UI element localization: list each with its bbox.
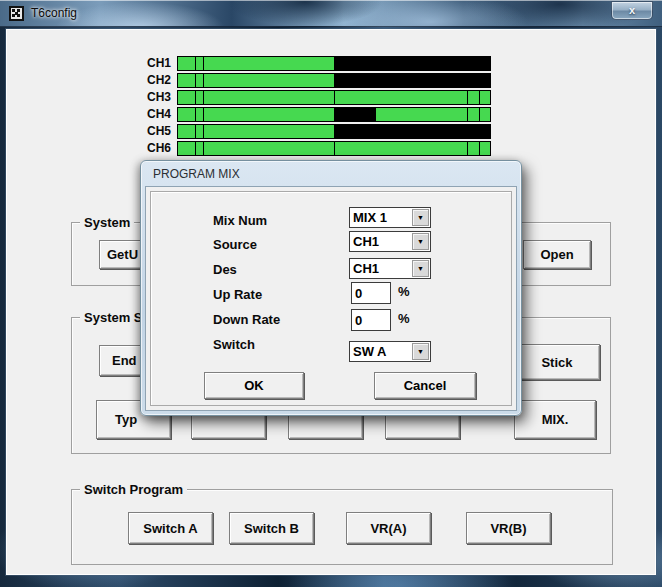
meter-tick (195, 91, 196, 104)
meter-tick (334, 125, 335, 138)
source-dropdown-arrow-icon[interactable]: ▼ (412, 233, 429, 250)
meter-segment-fill (178, 125, 334, 138)
mix-button[interactable]: MIX. (514, 400, 596, 439)
meter-tick (467, 57, 468, 70)
dialog-title: PROGRAM MIX (153, 167, 240, 181)
channel-meter-ch3 (177, 90, 491, 105)
channel-label-ch1: CH1 (133, 56, 171, 71)
meter-tick (195, 142, 196, 155)
cancel-button[interactable]: Cancel (374, 372, 476, 399)
app-window: T6config x CH1CH2CH3CH4CH5CH6 System Get… (0, 0, 662, 587)
meter-tick (467, 74, 468, 87)
up-rate-percent-label: % (398, 284, 410, 299)
meter-tick (479, 108, 480, 121)
meter-tick (334, 91, 335, 104)
meter-tick (203, 108, 204, 121)
meter-segment-fill (178, 74, 334, 87)
switch-dropdown-arrow-icon[interactable]: ▼ (412, 343, 429, 360)
des-select[interactable]: CH1 ▼ (349, 258, 431, 279)
channel-meter-ch6 (177, 141, 491, 156)
switch-a-button[interactable]: Switch A (128, 512, 213, 544)
meter-tick (334, 74, 335, 87)
channel-meter-ch1 (177, 56, 491, 71)
mix-num-value: MIX 1 (353, 210, 387, 225)
meter-tick (203, 74, 204, 87)
meter-tick (334, 108, 335, 121)
meter-tick (203, 142, 204, 155)
close-button[interactable]: x (611, 1, 653, 20)
meter-tick (203, 91, 204, 104)
channel-label-ch3: CH3 (133, 90, 171, 105)
vr-a-button[interactable]: VR(A) (346, 512, 431, 544)
channel-label-ch5: CH5 (133, 124, 171, 139)
meter-tick (467, 91, 468, 104)
mix-num-label: Mix Num (213, 213, 267, 228)
meter-tick (195, 108, 196, 121)
meter-tick (467, 125, 468, 138)
meter-segment-fill (376, 108, 490, 121)
channel-meter-ch2 (177, 73, 491, 88)
meter-segment-empty (334, 108, 376, 121)
meter-tick (479, 91, 480, 104)
meter-tick (203, 57, 204, 70)
down-rate-input[interactable] (351, 309, 391, 331)
meter-tick (467, 108, 468, 121)
title-bar: T6config x (0, 0, 662, 27)
meter-tick (479, 57, 480, 70)
channel-label-ch2: CH2 (133, 73, 171, 88)
source-value: CH1 (353, 234, 379, 249)
des-dropdown-arrow-icon[interactable]: ▼ (412, 260, 429, 277)
group-system-setting-label: System S (80, 310, 147, 325)
switch-b-button[interactable]: Switch B (229, 512, 314, 544)
channel-label-ch6: CH6 (133, 141, 171, 156)
switch-value: SW A (353, 344, 386, 359)
mix-num-select[interactable]: MIX 1 ▼ (349, 207, 431, 228)
up-rate-input[interactable] (351, 282, 391, 304)
group-system-update-label: System (80, 215, 134, 230)
source-label: Source (213, 237, 257, 252)
up-rate-label: Up Rate (213, 287, 262, 302)
program-mix-dialog: PROGRAM MIX Mix Num Source Des Up Rate D… (140, 160, 522, 416)
app-icon (9, 6, 24, 21)
mix-num-dropdown-arrow-icon[interactable]: ▼ (412, 209, 429, 226)
meter-tick (195, 74, 196, 87)
meter-tick (467, 142, 468, 155)
channel-label-ch4: CH4 (133, 107, 171, 122)
meter-tick (479, 74, 480, 87)
meter-tick (195, 125, 196, 138)
meter-segment-fill (178, 57, 334, 70)
meter-tick (334, 57, 335, 70)
des-value: CH1 (353, 261, 379, 276)
window-title: T6config (31, 6, 77, 20)
down-rate-label: Down Rate (213, 312, 280, 327)
ok-button[interactable]: OK (204, 372, 304, 399)
meter-segment-fill (178, 108, 334, 121)
vr-b-button[interactable]: VR(B) (466, 512, 551, 544)
meter-tick (203, 125, 204, 138)
channel-meter-ch4 (177, 107, 491, 122)
open-button[interactable]: Open (523, 240, 591, 269)
source-select[interactable]: CH1 ▼ (349, 231, 431, 252)
switch-label: Switch (213, 337, 255, 352)
meter-tick (479, 142, 480, 155)
meter-tick (195, 57, 196, 70)
meter-tick (479, 125, 480, 138)
stick-button[interactable]: Stick (514, 344, 600, 380)
meter-tick (334, 142, 335, 155)
group-switch-program-label: Switch Program (80, 482, 187, 497)
switch-select[interactable]: SW A ▼ (349, 341, 431, 362)
des-label: Des (213, 262, 237, 277)
down-rate-percent-label: % (398, 311, 410, 326)
channel-meter-ch5 (177, 124, 491, 139)
